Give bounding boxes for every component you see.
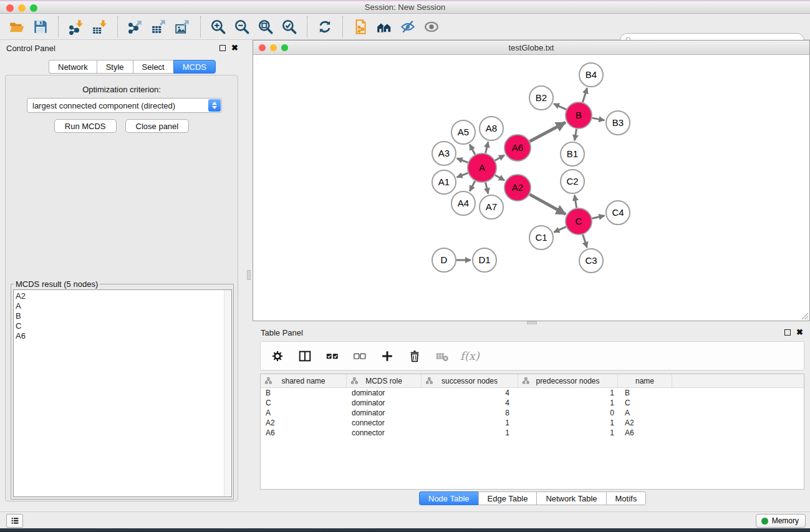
mcds-result-item[interactable]: B	[16, 311, 231, 321]
unselect-all-button[interactable]	[350, 347, 369, 365]
graph-node-B4[interactable]: B4	[579, 63, 603, 87]
save-session-button[interactable]	[29, 16, 52, 38]
tab-node-table[interactable]: Node Table	[419, 491, 478, 505]
minimize-window-button[interactable]	[18, 4, 26, 12]
graph-node-C[interactable]: C	[566, 208, 592, 235]
column-header-shared-name[interactable]: shared name	[261, 374, 347, 387]
column-header-predecessor-nodes[interactable]: predecessor nodes	[518, 374, 618, 387]
table-row[interactable]: A2connector11A2	[261, 418, 804, 428]
table-row[interactable]: Cdominator41C	[261, 398, 804, 408]
graph-node-D1[interactable]: D1	[473, 248, 496, 272]
graph-node-B3[interactable]: B3	[606, 111, 630, 135]
tab-mcds[interactable]: MCDS	[173, 60, 216, 74]
graph-edge-A-A1[interactable]	[457, 173, 468, 177]
table-row[interactable]: A6connector11A6	[261, 428, 804, 438]
graph-edge-B-B2[interactable]	[554, 104, 566, 109]
maximize-window-button[interactable]	[30, 4, 37, 12]
export-image-button[interactable]	[171, 16, 195, 38]
mcds-result-item[interactable]: C	[16, 321, 231, 331]
graph-edge-C-C2[interactable]	[574, 195, 576, 208]
app-titlebar[interactable]: Session: New Session	[0, 1, 810, 14]
zoom-selected-button[interactable]	[277, 16, 301, 38]
graph-edge-A-A8[interactable]	[486, 142, 488, 153]
zoom-in-button[interactable]	[206, 16, 230, 38]
float-table-panel-icon[interactable]	[784, 329, 791, 336]
graph-node-A3[interactable]: A3	[432, 142, 456, 165]
graph-edge-A-A3[interactable]	[457, 158, 468, 163]
graph-edge-A-A7[interactable]	[486, 182, 488, 193]
graph-node-C2[interactable]: C2	[561, 170, 584, 193]
graph-node-A4[interactable]: A4	[451, 191, 475, 215]
graph-node-A2[interactable]: A2	[504, 175, 531, 201]
settings-gear-button[interactable]	[268, 347, 287, 365]
select-all-button[interactable]	[323, 347, 342, 365]
graph-edge-A-A2[interactable]	[495, 175, 504, 181]
memory-button[interactable]: Memory	[756, 514, 806, 528]
tab-network[interactable]: Network	[49, 60, 97, 74]
close-panel-button[interactable]: Close panel	[125, 119, 190, 133]
graph-node-C1[interactable]: C1	[529, 226, 553, 249]
table-row[interactable]: Adominator80A	[261, 408, 804, 418]
mcds-result-item[interactable]: A	[16, 301, 231, 311]
graph-edge-C-C1[interactable]	[554, 227, 566, 233]
zoom-fit-button[interactable]	[254, 16, 277, 38]
task-history-button[interactable]	[6, 514, 23, 528]
network-close-button[interactable]	[259, 44, 266, 51]
graph-node-A7[interactable]: A7	[480, 195, 503, 219]
result-scrollbar[interactable]	[224, 290, 231, 496]
column-header-MCDS-role[interactable]: MCDS role	[347, 374, 422, 387]
graph-edge-A-A5[interactable]	[470, 144, 475, 154]
resize-handle-icon[interactable]	[801, 312, 809, 320]
graph-node-B2[interactable]: B2	[529, 86, 553, 110]
table-row[interactable]: Bdominator41B	[261, 388, 804, 398]
run-mcds-button[interactable]: Run MCDS	[54, 119, 117, 133]
graph-edge-B-B1[interactable]	[575, 129, 577, 141]
column-header-name[interactable]: name	[618, 374, 672, 387]
mcds-result-list[interactable]: A2ABCA6	[13, 289, 232, 497]
close-window-button[interactable]	[6, 4, 14, 12]
show-all-button[interactable]	[420, 16, 443, 38]
network-canvas[interactable]: B4B2BB3B1A5A8A6A3AA1A2A4A7C2CC4C1C3DD1	[253, 55, 809, 321]
export-network-button[interactable]	[123, 16, 147, 38]
graph-node-A5[interactable]: A5	[451, 120, 475, 144]
clone-network-button[interactable]	[349, 16, 372, 38]
graph-edge-A-A6[interactable]	[495, 155, 504, 161]
graph-node-A[interactable]: A	[468, 153, 496, 182]
network-minimize-button[interactable]	[270, 44, 277, 51]
import-table-button[interactable]	[88, 16, 112, 38]
tab-network-table[interactable]: Network Table	[536, 491, 605, 505]
criterion-select[interactable]: largest connected component (directed)	[27, 98, 222, 113]
graph-edge-A-A4[interactable]	[470, 181, 475, 191]
column-header-successor-nodes[interactable]: successor nodes	[422, 374, 518, 387]
graph-edge-A2-C[interactable]	[529, 195, 566, 215]
tab-motifs[interactable]: Motifs	[606, 491, 647, 505]
float-panel-icon[interactable]	[219, 45, 226, 51]
divider-grip-vertical[interactable]	[247, 270, 251, 280]
graph-node-B[interactable]: B	[566, 102, 592, 128]
refresh-layout-button[interactable]	[313, 16, 337, 38]
delete-column-button[interactable]	[405, 347, 424, 365]
tab-select[interactable]: Select	[133, 60, 173, 74]
add-column-button[interactable]	[378, 347, 397, 365]
network-window-titlebar[interactable]: testGlobe.txt	[253, 41, 809, 55]
split-columns-button[interactable]	[296, 347, 314, 365]
graph-node-A1[interactable]: A1	[432, 170, 456, 194]
zoom-out-button[interactable]	[230, 16, 254, 38]
close-table-panel-icon[interactable]: ✖	[796, 329, 803, 336]
graph-node-A8[interactable]: A8	[480, 117, 503, 140]
graph-node-A6[interactable]: A6	[504, 135, 531, 161]
graph-node-C4[interactable]: C4	[606, 201, 630, 225]
open-file-button[interactable]	[5, 16, 29, 38]
graph-node-C3[interactable]: C3	[579, 249, 603, 273]
network-maximize-button[interactable]	[281, 44, 288, 51]
tab-edge-table[interactable]: Edge Table	[478, 491, 537, 505]
close-panel-icon[interactable]: ✖	[231, 45, 238, 51]
graph-edge-C-C4[interactable]	[592, 216, 604, 218]
home-layout-button[interactable]	[372, 16, 396, 38]
graph-node-D[interactable]: D	[432, 248, 456, 272]
graph-edge-A6-B[interactable]	[529, 122, 565, 141]
hide-selected-button[interactable]	[396, 16, 420, 38]
mcds-result-item[interactable]: A6	[16, 331, 231, 341]
import-network-button[interactable]	[64, 16, 88, 38]
tab-style[interactable]: Style	[97, 60, 133, 74]
